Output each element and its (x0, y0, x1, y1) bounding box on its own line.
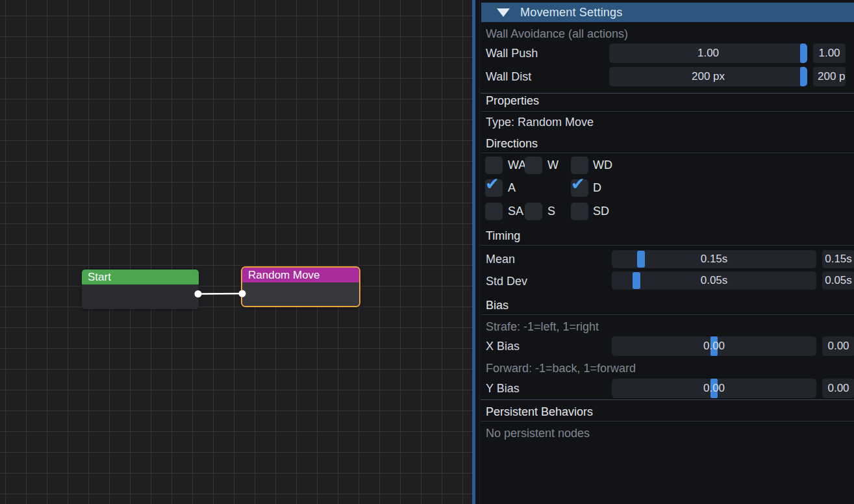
forward-hint: Forward: -1=back, 1=forward (486, 362, 636, 375)
separator (481, 399, 854, 400)
wall-dist-label: Wall Dist (486, 70, 531, 83)
timing-section-title: Timing (486, 229, 520, 242)
check-icon: ✔ (485, 175, 499, 193)
wall-dist-value-box[interactable]: 200 px (813, 67, 846, 86)
std-dev-slider-value: 0.05s (612, 271, 816, 290)
bias-section-title: Bias (486, 299, 509, 312)
y-bias-label: Y Bias (486, 382, 520, 395)
wall-dist-slider[interactable]: 200 px (609, 67, 807, 86)
node-start[interactable]: Start (82, 270, 199, 309)
mean-label: Mean (486, 253, 515, 266)
node-start-body[interactable] (82, 284, 199, 309)
separator (481, 153, 854, 153)
y-bias-slider-value: 0.00 (612, 379, 816, 398)
mean-slider-value: 0.15s (612, 250, 816, 268)
checkbox-sa-label: SA (508, 203, 523, 220)
connection-wire (198, 294, 242, 294)
checkbox-s[interactable] (525, 203, 542, 220)
checkbox-a[interactable]: ✔ (485, 179, 503, 197)
std-dev-label: Std Dev (486, 275, 527, 288)
separator (481, 314, 854, 315)
wall-avoidance-hint: Wall Avoidance (all actions) (486, 27, 628, 40)
checkbox-wa[interactable] (485, 157, 503, 174)
checkbox-d-label: D (593, 179, 601, 197)
persistent-behaviors-title: Persistent Behaviors (486, 405, 593, 418)
separator (481, 93, 854, 94)
mean-value-box[interactable]: 0.15s (822, 250, 854, 268)
checkbox-wa-label: WA (508, 157, 526, 174)
checkbox-sd-label: SD (593, 203, 609, 220)
wall-push-value-box[interactable]: 1.00 (813, 44, 846, 63)
checkbox-wd-label: WD (593, 157, 612, 174)
node-graph-canvas[interactable]: Start Random Move (0, 0, 472, 504)
node-start-title: Start (88, 271, 111, 283)
separator (481, 111, 854, 112)
node-random-move-title: Random Move (248, 269, 320, 281)
checkbox-s-label: S (547, 203, 555, 220)
wall-dist-slider-value: 200 px (609, 67, 807, 86)
app-root: Start Random Move Movement Settings Wall… (0, 0, 854, 504)
persistent-empty-text: No persistent nodes (486, 427, 590, 440)
panel-splitter[interactable] (472, 0, 475, 504)
checkbox-d[interactable]: ✔ (571, 179, 588, 197)
mean-slider[interactable]: 0.15s (612, 250, 816, 268)
node-random-move-header[interactable]: Random Move (242, 268, 359, 283)
checkbox-w-label: W (547, 157, 559, 174)
check-icon: ✔ (571, 175, 585, 193)
separator (481, 421, 854, 422)
node-type-line: Type: Random Move (486, 116, 594, 129)
checkbox-sd[interactable] (571, 203, 588, 220)
properties-section-title: Properties (486, 94, 539, 107)
directions-section-title: Directions (486, 137, 538, 150)
node-random-move-body[interactable] (242, 283, 359, 306)
wall-push-label: Wall Push (486, 47, 538, 60)
collapse-triangle-icon[interactable] (497, 8, 510, 17)
wall-push-slider-value: 1.00 (609, 44, 807, 63)
checkbox-sa[interactable] (485, 203, 503, 220)
movement-settings-header[interactable]: Movement Settings (481, 3, 854, 22)
x-bias-label: X Bias (486, 340, 520, 353)
wall-push-slider[interactable]: 1.00 (609, 44, 807, 63)
std-dev-value-box[interactable]: 0.05s (822, 271, 854, 290)
y-bias-value-box[interactable]: 0.00 (822, 379, 854, 398)
checkbox-w[interactable] (525, 157, 542, 174)
y-bias-slider[interactable]: 0.00 (612, 379, 816, 398)
x-bias-value-box[interactable]: 0.00 (822, 336, 854, 356)
checkbox-a-label: A (508, 179, 516, 197)
node-start-header[interactable]: Start (82, 270, 199, 284)
panel-inner-border (479, 0, 480, 504)
strafe-hint: Strafe: -1=left, 1=right (486, 320, 599, 333)
separator (481, 245, 854, 246)
x-bias-slider[interactable]: 0.00 (612, 336, 816, 356)
std-dev-slider[interactable]: 0.05s (612, 271, 816, 290)
connection-layer (0, 0, 472, 504)
x-bias-slider-value: 0.00 (612, 336, 816, 356)
panel-title: Movement Settings (520, 6, 622, 19)
node-random-move-selected[interactable]: Random Move (241, 266, 360, 307)
checkbox-wd[interactable] (571, 157, 588, 174)
